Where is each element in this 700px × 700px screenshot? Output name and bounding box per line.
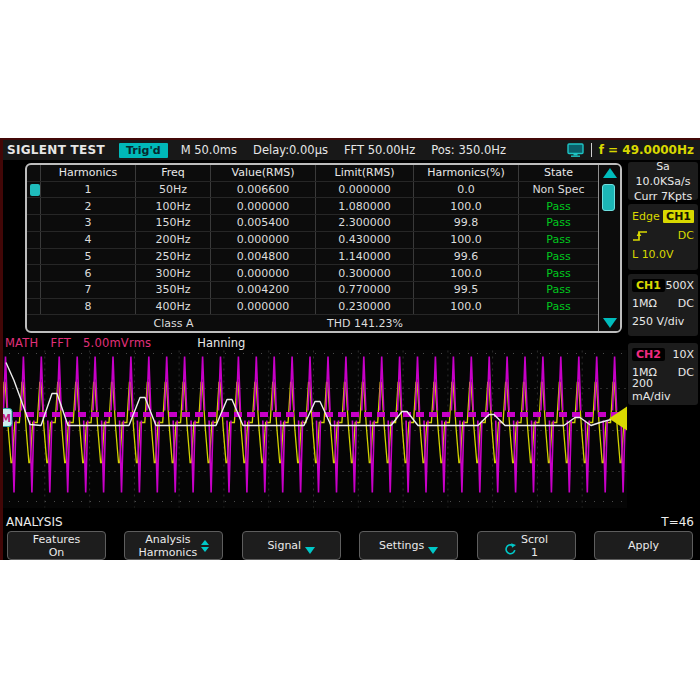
cell-pct: 99.8 [414, 215, 519, 231]
cell-state: Pass [519, 215, 598, 231]
ch2-label: CH2 [632, 348, 665, 361]
cell-state: Pass [519, 265, 598, 281]
row-selector-cell [27, 198, 41, 214]
memory-depth: Curr 7Kpts [628, 189, 698, 204]
math-scale: 5.00mVrms [83, 336, 151, 350]
scroll-down-icon[interactable] [603, 318, 617, 328]
delay-readout: Delay:0.00µs [253, 143, 328, 157]
cell-harmonics: 3 [41, 215, 136, 231]
dropdown-arrow-icon [428, 547, 438, 554]
table-row[interactable]: 2 100Hz 0.000000 1.080000 100.0 Pass [27, 198, 598, 215]
cell-pct: 0.0 [414, 182, 519, 198]
status-divider [591, 143, 592, 157]
cell-freq: 50Hz [136, 182, 211, 198]
harmonics-table: Harmonics Freq Value(RMS) Limit(RMS) Har… [25, 163, 622, 333]
rising-edge-icon [632, 228, 648, 243]
cell-value: 0.006600 [211, 182, 316, 198]
channel1-info[interactable]: CH1 500X 1MΩ DC 250 V/div [628, 274, 698, 336]
timebase-readout: M 50.0ms [181, 143, 237, 157]
analysis-type-button[interactable]: Analysis Harmonics [124, 531, 223, 560]
table-header-row: Harmonics Freq Value(RMS) Limit(RMS) Har… [27, 165, 598, 182]
cell-state: Pass [519, 299, 598, 315]
bezel-bottom [0, 560, 700, 700]
cell-pct: 100.0 [414, 232, 519, 248]
table-row[interactable]: 4 200Hz 0.000000 0.430000 100.0 Pass [27, 232, 598, 249]
cell-state: Pass [519, 249, 598, 265]
trigger-info[interactable]: Edge CH1 DC L 10.0V [628, 204, 698, 270]
header-pct: Harmonics(%) [414, 165, 519, 181]
table-row[interactable]: 1 50Hz 0.006600 0.000000 0.0 Non Spec [27, 182, 598, 199]
row-selector-cell [27, 182, 41, 198]
dropdown-arrow-icon [305, 547, 315, 554]
cell-limit: 0.430000 [316, 232, 414, 248]
features-value: On [49, 546, 65, 559]
row-selector-cell [27, 215, 41, 231]
cell-freq: 400Hz [136, 299, 211, 315]
analysis-title: ANALYSIS [6, 515, 63, 529]
monitor-icon [567, 143, 584, 157]
cell-value: 0.000000 [211, 299, 316, 315]
channel2-info[interactable]: CH2 10X 1MΩ DC 200 mA/div [628, 343, 698, 405]
table-row[interactable]: 7 350Hz 0.004200 0.770000 99.5 Pass [27, 282, 598, 299]
right-sidebar: Sa 10.0KSa/s Curr 7Kpts Edge CH1 DC L 10… [627, 160, 700, 512]
header-harmonics: Harmonics [41, 165, 136, 181]
cell-pct: 99.5 [414, 282, 519, 298]
scrollbar-handle[interactable] [602, 184, 615, 211]
cell-state: Pass [519, 282, 598, 298]
cell-pct: 100.0 [414, 299, 519, 315]
analysis-type-label: Analysis [145, 533, 190, 546]
cell-limit: 1.080000 [316, 198, 414, 214]
scroll-button[interactable]: Scrol 1 [477, 531, 576, 560]
scroll-up-icon[interactable] [603, 168, 617, 178]
math-readout-line: MATH FFT 5.00mVrms Hanning [0, 335, 627, 350]
fft-readout: FFT 50.00Hz [344, 143, 415, 157]
cell-freq: 150Hz [136, 215, 211, 231]
cell-limit: 0.770000 [316, 282, 414, 298]
cell-harmonics: 2 [41, 198, 136, 214]
rotate-knob-icon [504, 543, 517, 556]
cell-pct: 100.0 [414, 198, 519, 214]
row-selector-cell [27, 265, 41, 281]
acquisition-info[interactable]: Sa 10.0KSa/s Curr 7Kpts [628, 162, 698, 200]
ch1-attenuation: 500X [665, 279, 694, 292]
waveform-area: M [0, 350, 627, 508]
table-body: Harmonics Freq Value(RMS) Limit(RMS) Har… [27, 165, 598, 331]
settings-label: Settings [379, 539, 424, 552]
cell-freq: 250Hz [136, 249, 211, 265]
table-row[interactable]: 8 400Hz 0.000000 0.230000 100.0 Pass [27, 299, 598, 316]
cell-limit: 0.300000 [316, 265, 414, 281]
apply-button[interactable]: Apply [594, 531, 693, 560]
ch1-coupling: DC [678, 297, 694, 310]
cell-harmonics: 5 [41, 249, 136, 265]
settings-button[interactable]: Settings [359, 531, 458, 560]
cell-freq: 100Hz [136, 198, 211, 214]
table-row[interactable]: 5 250Hz 0.004800 1.140000 99.6 Pass [27, 249, 598, 266]
cell-harmonics: 4 [41, 232, 136, 248]
trigger-status-badge: Trig'd [119, 143, 168, 158]
ch2-scale: 200 mA/div [632, 377, 694, 403]
ch2-trace [4, 357, 626, 493]
analysis-type-value: Harmonics [139, 546, 198, 559]
trigger-source-badge: CH1 [663, 210, 694, 223]
cell-freq: 200Hz [136, 232, 211, 248]
cell-value: 0.000000 [211, 232, 316, 248]
bezel-top [0, 0, 700, 138]
cell-limit: 0.000000 [316, 182, 414, 198]
cell-pct: 100.0 [414, 265, 519, 281]
cell-freq: 300Hz [136, 265, 211, 281]
table-row[interactable]: 6 300Hz 0.000000 0.300000 100.0 Pass [27, 265, 598, 282]
cell-state: Non Spec [519, 182, 598, 198]
table-footer-row: Class A THD 141.23% [27, 315, 598, 331]
features-button[interactable]: Features On [7, 531, 106, 560]
cell-limit: 1.140000 [316, 249, 414, 265]
header-state: State [519, 165, 598, 181]
oscilloscope-screen: SIGLENT TEST Trig'd M 50.0ms Delay:0.00µ… [0, 138, 700, 560]
signal-button[interactable]: Signal [242, 531, 341, 560]
trigger-count: T=46 [661, 515, 694, 529]
analysis-row: ANALYSIS T=46 [0, 512, 700, 531]
row-selector-cell [27, 232, 41, 248]
table-row[interactable]: 3 150Hz 0.005400 2.300000 99.8 Pass [27, 215, 598, 232]
cell-freq: 350Hz [136, 282, 211, 298]
header-value: Value(RMS) [211, 165, 316, 181]
cell-value: 0.005400 [211, 215, 316, 231]
